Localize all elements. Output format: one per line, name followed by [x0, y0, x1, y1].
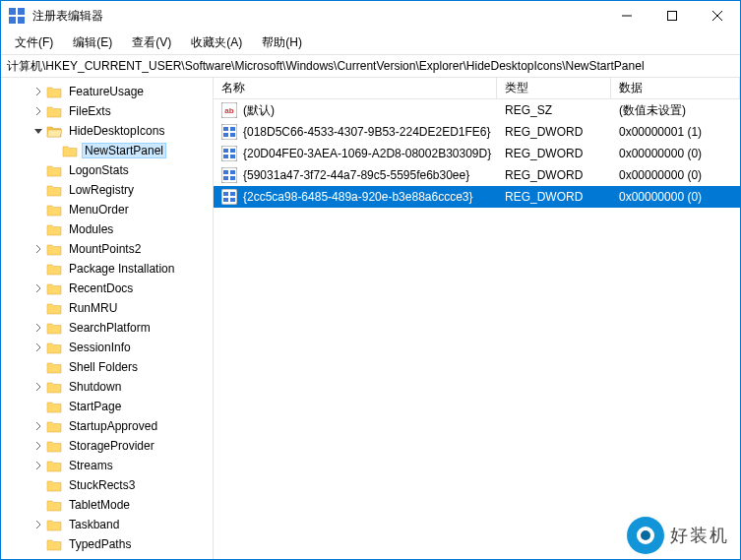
window-controls: [604, 1, 740, 31]
tree-item[interactable]: FeatureUsage: [1, 82, 213, 101]
values-header: 名称 类型 数据: [214, 78, 740, 99]
address-bar[interactable]: 计算机\HKEY_CURRENT_USER\Software\Microsoft…: [1, 54, 740, 78]
chevron-right-icon[interactable]: [32, 107, 44, 115]
tree-item[interactable]: Shell Folders: [1, 357, 213, 377]
tree-item[interactable]: StorageProvider: [1, 436, 213, 456]
chevron-down-icon[interactable]: [32, 127, 44, 135]
tree-item-label: Shutdown: [66, 379, 124, 395]
tree-item[interactable]: Taskband: [1, 515, 213, 534]
value-name: (默认): [243, 102, 275, 119]
tree-item-label: HideDesktopIcons: [66, 123, 167, 139]
value-type: REG_DWORD: [497, 190, 611, 204]
tree-item-label: LogonStats: [66, 162, 132, 178]
menu-favorites[interactable]: 收藏夹(A): [183, 32, 250, 53]
tree-pane[interactable]: FeatureUsageFileExtsHideDesktopIconsNewS…: [1, 78, 214, 559]
tree-item[interactable]: SearchPlatform: [1, 318, 213, 338]
folder-icon: [46, 301, 62, 315]
svg-rect-12: [668, 12, 677, 21]
chevron-right-icon[interactable]: [32, 383, 44, 391]
value-name-cell: {59031a47-3f72-44a7-89c5-5595fe6b30ee}: [214, 167, 497, 183]
address-text: 计算机\HKEY_CURRENT_USER\Software\Microsoft…: [7, 58, 645, 75]
tree-item[interactable]: MenuOrder: [1, 200, 213, 219]
chevron-right-icon[interactable]: [32, 284, 44, 292]
folder-icon: [46, 439, 62, 453]
column-data[interactable]: 数据: [611, 78, 740, 98]
value-type: REG_SZ: [497, 103, 611, 117]
tree-item[interactable]: StuckRects3: [1, 475, 213, 495]
column-type[interactable]: 类型: [497, 78, 611, 98]
chevron-right-icon[interactable]: [32, 245, 44, 253]
folder-icon: [46, 203, 62, 217]
content-pane: FeatureUsageFileExtsHideDesktopIconsNewS…: [1, 78, 740, 559]
folder-icon: [46, 419, 62, 433]
value-name-cell: {20D04FE0-3AEA-1069-A2D8-08002B30309D}: [214, 146, 497, 161]
tree-item[interactable]: SessionInfo: [1, 338, 213, 357]
folder-open-icon: [46, 124, 62, 138]
tree-item[interactable]: Package Installation: [1, 259, 213, 279]
chevron-right-icon[interactable]: [32, 422, 44, 430]
titlebar: 注册表编辑器: [1, 1, 740, 31]
tree-item[interactable]: TabletMode: [1, 495, 213, 515]
tree-item[interactable]: FileExts: [1, 101, 213, 121]
value-name: {20D04FE0-3AEA-1069-A2D8-08002B30309D}: [243, 147, 491, 160]
tree-item[interactable]: StartPage: [1, 397, 213, 416]
folder-icon: [46, 341, 62, 354]
menu-help[interactable]: 帮助(H): [254, 32, 310, 53]
tree-item-label: FeatureUsage: [66, 84, 147, 99]
tree-item[interactable]: Streams: [1, 456, 213, 475]
tree-item-label: Package Installation: [66, 261, 177, 277]
dword-value-icon: [221, 167, 237, 183]
column-name[interactable]: 名称: [214, 78, 497, 98]
chevron-right-icon[interactable]: [32, 324, 44, 332]
value-type: REG_DWORD: [497, 147, 611, 160]
chevron-right-icon[interactable]: [32, 343, 44, 351]
chevron-right-icon[interactable]: [32, 442, 44, 450]
tree-item-label: Modules: [66, 221, 116, 237]
value-row[interactable]: (默认)REG_SZ(数值未设置): [214, 99, 740, 121]
maximize-button[interactable]: [649, 1, 695, 31]
tree-item[interactable]: MountPoints2: [1, 239, 213, 259]
tree-item-label: NewStartPanel: [82, 143, 166, 158]
folder-icon: [46, 459, 62, 472]
value-row[interactable]: {20D04FE0-3AEA-1069-A2D8-08002B30309D}RE…: [214, 143, 740, 164]
close-button[interactable]: [695, 1, 740, 31]
menu-view[interactable]: 查看(V): [124, 32, 179, 53]
window-title: 注册表编辑器: [32, 8, 604, 25]
tree-item-label: RunMRU: [66, 300, 120, 316]
tree-item-label: MountPoints2: [66, 241, 144, 257]
tree-item[interactable]: StartupApproved: [1, 416, 213, 436]
folder-icon: [46, 222, 62, 236]
tree-item[interactable]: HideDesktopIcons: [1, 121, 213, 141]
folder-icon: [46, 321, 62, 335]
tree-item[interactable]: TypedPaths: [1, 534, 213, 554]
folder-icon: [46, 537, 62, 551]
menu-edit[interactable]: 编辑(E): [65, 32, 120, 53]
tree-item[interactable]: RunMRU: [1, 298, 213, 318]
tree-item[interactable]: Shutdown: [1, 377, 213, 397]
folder-icon: [46, 478, 62, 492]
value-data: (数值未设置): [611, 102, 740, 119]
tree-item[interactable]: NewStartPanel: [1, 141, 213, 160]
chevron-right-icon[interactable]: [32, 462, 44, 469]
chevron-right-icon[interactable]: [32, 521, 44, 529]
folder-icon: [46, 242, 62, 256]
folder-icon: [46, 262, 62, 276]
tree-item-label: StorageProvider: [66, 438, 157, 454]
tree-item-label: StartupApproved: [66, 418, 160, 434]
value-data: 0x00000000 (0): [611, 147, 740, 160]
minimize-button[interactable]: [604, 1, 649, 31]
tree-item-label: FileExts: [66, 103, 114, 119]
value-data: 0x00000001 (1): [611, 125, 740, 139]
chevron-right-icon[interactable]: [32, 88, 44, 95]
tree-item-label: SearchPlatform: [66, 320, 154, 336]
tree-item[interactable]: Modules: [1, 219, 213, 239]
value-row[interactable]: {018D5C66-4533-4307-9B53-224DE2ED1FE6}RE…: [214, 121, 740, 143]
folder-icon: [46, 104, 62, 118]
value-row[interactable]: {2cc5ca98-6485-489a-920e-b3e88a6ccce3}RE…: [214, 186, 740, 208]
menu-file[interactable]: 文件(F): [7, 32, 61, 53]
tree-item[interactable]: LowRegistry: [1, 180, 213, 200]
folder-icon: [46, 85, 62, 98]
tree-item[interactable]: RecentDocs: [1, 279, 213, 298]
value-row[interactable]: {59031a47-3f72-44a7-89c5-5595fe6b30ee}RE…: [214, 164, 740, 186]
tree-item[interactable]: LogonStats: [1, 160, 213, 180]
